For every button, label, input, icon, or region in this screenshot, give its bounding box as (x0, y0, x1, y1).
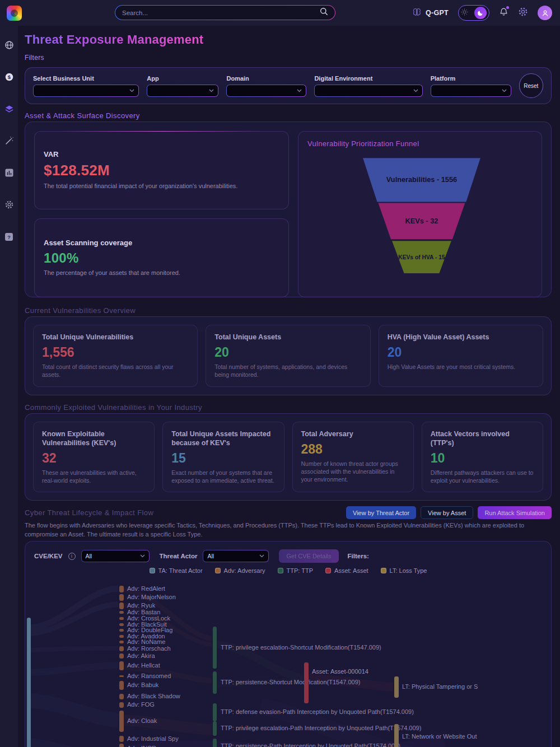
stat-card-value: 32 (42, 451, 146, 466)
sankey-adversary-node[interactable] (119, 661, 124, 670)
stat-card-title: Total Unique Assets (214, 333, 361, 342)
sankey-adversary-node[interactable] (119, 635, 124, 638)
app-select[interactable] (147, 85, 218, 96)
sankey-ttp-node-label: TTP: privilege escalation-Shortcut Modif… (221, 644, 381, 651)
sankey-ttp-node[interactable] (213, 721, 217, 736)
sankey-asset-node[interactable] (304, 662, 309, 703)
search-icon[interactable] (320, 7, 328, 18)
info-icon[interactable]: i (68, 553, 76, 560)
sankey-ttp-node-label: TTP: persistence-Path Interception by Un… (221, 743, 400, 747)
sankey-ttp-node[interactable] (213, 671, 217, 694)
sankey-adversary-node[interactable] (119, 702, 124, 708)
chart-icon[interactable] (4, 168, 14, 178)
stat-card-title: Attack Vectors involved (TTP's) (431, 429, 534, 448)
stat-card-title: HVA (High Value Asset) Assets (388, 333, 534, 342)
sankey-adversary-node[interactable] (119, 611, 124, 614)
legend-item[interactable]: LT: Loss Type (381, 567, 427, 574)
sankey-adversary-node[interactable] (119, 653, 124, 659)
filter-app: App (147, 75, 218, 97)
settings-button[interactable] (518, 7, 528, 19)
stat-card-value: 15 (171, 451, 275, 466)
sankey-adversary-node-label: Adv: Akira (127, 652, 155, 659)
get-cve-details-button[interactable]: Get CVE Details (279, 549, 338, 563)
threat-actor-select[interactable]: All (203, 550, 268, 562)
legend-label: TA: Threat Actor (158, 567, 203, 574)
app-logo[interactable] (7, 6, 22, 21)
sankey-ttp-node[interactable] (213, 739, 217, 747)
sankey-adversary-node[interactable] (119, 603, 124, 609)
stat-card-desc: These are vulnerabilities with active, r… (42, 469, 146, 484)
dollar-icon[interactable]: $ (4, 72, 14, 82)
sankey-adversary-node[interactable] (119, 744, 124, 747)
search-container (115, 5, 335, 20)
filter-label: Digital Environment (314, 75, 422, 82)
legend-item[interactable]: Adv: Adversary (215, 567, 265, 574)
globe-icon[interactable] (4, 40, 14, 50)
business-unit-select[interactable] (34, 85, 138, 96)
avatar[interactable] (538, 6, 552, 20)
stat-card: Total Unique Assets 20 Total number of s… (206, 325, 370, 387)
sankey-adversary-node-label: Adv: NoName (127, 638, 165, 645)
legend-swatch (278, 568, 283, 573)
sankey-loss-type-node[interactable] (394, 724, 399, 747)
stat-card-desc: Exact number of your systems that are ex… (171, 469, 275, 484)
stat-card-title: Total Adversary (301, 429, 405, 438)
sankey-ttp-node[interactable] (213, 703, 217, 721)
funnel-label-0: Vulnerabilities - 1556 (386, 175, 457, 184)
layers-icon[interactable] (4, 104, 14, 114)
view-by-asset-button[interactable]: View by Asset (421, 506, 473, 519)
wand-icon[interactable] (4, 136, 14, 146)
sankey-adversary-node-label: Adv: MajorNelson (127, 594, 176, 600)
legend-item[interactable]: Asset: Asset (325, 567, 368, 574)
view-by-threat-actor-button[interactable]: View by Threat Actor (346, 506, 416, 519)
funnel-chart: Vulnerabilities - 1556 KEVs - 32 KEVs of… (307, 152, 533, 287)
sankey-adversary-node[interactable] (119, 711, 124, 732)
overview-cards: Total Unique Vulnerabilities 1,556 Total… (25, 317, 551, 395)
moon-icon (474, 7, 487, 19)
sankey-adversary-node[interactable] (119, 629, 124, 632)
sankey-adversary-node[interactable] (119, 594, 124, 601)
qgpt-button[interactable]: Q-GPT (412, 7, 449, 18)
digital-environment-select[interactable] (315, 85, 422, 96)
sankey-adversary-node[interactable] (119, 675, 124, 677)
sankey-adversary-node[interactable] (119, 681, 124, 690)
legend-label: TTP: TTP (287, 567, 313, 574)
sankey-adversary-node-label: Adv: RedAlert (127, 585, 165, 592)
sankey-adversary-node[interactable] (119, 646, 124, 651)
stat-card: Total Unique Assets Impacted because of … (162, 422, 284, 493)
funnel-card: Vulnerability Prioritization Funnel Vuln… (298, 131, 542, 297)
sankey-adversary-node[interactable] (119, 617, 124, 620)
sankey-threat-actor-node[interactable] (27, 618, 31, 747)
domain-select[interactable] (227, 85, 306, 96)
sankey-adversary-node[interactable] (119, 586, 124, 592)
theme-toggle[interactable] (458, 5, 489, 21)
kev-cards: Known Exploitable Vulnerabilities (KEV's… (25, 414, 551, 501)
funnel-label-2: KEVs of HVA - 15 (398, 254, 445, 260)
stat-card-value: 20 (388, 345, 534, 360)
filters-inline-label: Filters: (348, 553, 369, 559)
cve-kev-select[interactable]: All (82, 550, 149, 562)
sankey-adversary-node[interactable] (119, 641, 124, 643)
reset-button[interactable]: Reset (519, 73, 543, 98)
sankey-adversary-node-label: Adv: Babuk (127, 681, 158, 688)
filter-domain: Domain (226, 75, 306, 97)
scan-value: 100% (44, 250, 279, 266)
sankey-loss-type-node[interactable] (394, 676, 399, 698)
run-attack-simulation-button[interactable]: Run Attack Simulation (478, 506, 552, 519)
platform-select[interactable] (431, 85, 511, 96)
cve-kev-label: CVE/KEV (34, 553, 63, 559)
flow-description: The flow begins with Adversaries who lev… (25, 521, 552, 539)
notifications-button[interactable] (499, 7, 508, 19)
sankey-ttp-node[interactable] (213, 627, 217, 669)
gear-icon[interactable] (4, 200, 14, 209)
sankey-adversary-node[interactable] (119, 623, 124, 626)
legend-item[interactable]: TTP: TTP (278, 567, 313, 574)
sankey-adversary-node[interactable] (119, 736, 124, 742)
help-icon[interactable]: ? (4, 232, 14, 241)
kev-panel: Known Exploitable Vulnerabilities (KEV's… (25, 413, 552, 501)
sankey-adversary-node[interactable] (119, 694, 124, 699)
filters-heading: Filters (25, 54, 552, 62)
search-input[interactable] (122, 10, 315, 16)
stat-card-desc: Different pathways attackers can use to … (431, 469, 534, 484)
legend-item[interactable]: TA: Threat Actor (150, 567, 203, 574)
